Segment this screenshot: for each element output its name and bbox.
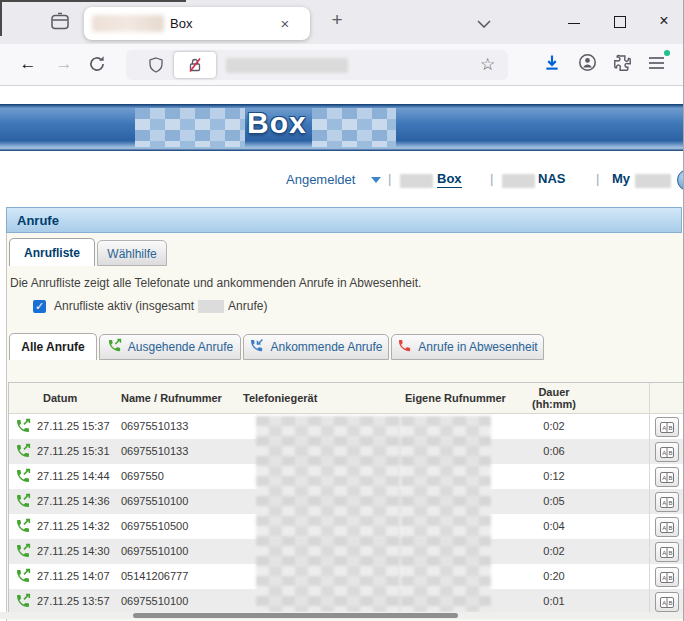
bookmark-star-icon[interactable]: ☆ [480,54,495,75]
add-to-phonebook-button[interactable]: A B [655,517,679,537]
table-column-separator [649,383,650,614]
window-edge-artifact [0,0,2,36]
filter-tab-outgoing[interactable]: Ausgehende Anrufe [99,334,241,360]
add-to-phonebook-button[interactable]: A B [655,442,679,462]
list-all-tabs-icon[interactable] [476,14,492,32]
call-table: Datum Name / Rufnummer Telefoniegerät Ei… [8,382,684,613]
call-number: 06975510100 [121,595,188,607]
add-to-phonebook-button[interactable]: A B [655,467,679,487]
svg-text:B: B [669,525,673,531]
tab-close-icon[interactable]: × [276,15,294,33]
logo-blurred-left [135,108,245,147]
browser-window: Box × + × ← → ☆ [0,0,684,621]
col-header-own: Eigene Rufnummer [405,392,506,404]
phonebook-icon: A B [660,447,674,458]
reload-icon[interactable] [88,55,106,77]
filter-tab-missed[interactable]: Anrufe in Abwesenheit [391,334,544,360]
insecure-connection-indicator[interactable] [174,52,216,78]
forward-button[interactable]: → [50,50,78,78]
tracking-protection-shield-icon[interactable] [148,57,164,77]
url-text-blurred [226,58,348,73]
window-minimize-button[interactable] [556,10,592,34]
phonebook-icon: A B [660,572,674,583]
nav-link-fritzbox[interactable]: Box [437,171,462,188]
new-tab-button[interactable]: + [326,9,348,31]
nav-link-fritznas[interactable]: NAS [538,171,565,186]
phonebook-icon: A B [660,522,674,533]
account-icon[interactable] [578,53,597,76]
call-date: 27.11.25 15:31 [37,445,110,457]
outgoing-call-icon [15,418,31,438]
menu-hamburger-icon[interactable] [648,56,665,74]
svg-text:A: A [662,550,666,556]
nav-blurred-brand [502,174,535,188]
call-number: 06975510100 [121,545,188,557]
add-to-phonebook-button[interactable]: A B [655,492,679,512]
nav-separator: | [596,171,599,186]
window-close-button[interactable]: × [646,8,682,34]
phonebook-icon: A B [660,497,674,508]
call-number: 06975510500 [121,520,188,532]
horizontal-scrollbar-thumb[interactable] [133,613,458,618]
svg-text:A: A [662,600,666,606]
address-bar[interactable]: ☆ [126,50,508,80]
add-to-phonebook-button[interactable]: A B [655,417,679,437]
filter-tab-incoming[interactable]: Ankommende Anrufe [243,334,389,360]
outgoing-call-icon [15,593,31,613]
tab-favicon-blurred [92,15,164,32]
tab-anrufliste[interactable]: Anrufliste [9,238,95,266]
window-maximize-button[interactable] [602,10,638,34]
add-to-phonebook-button[interactable]: A B [655,567,679,587]
call-date: 27.11.25 14:07 [37,570,110,582]
extensions-puzzle-icon[interactable] [613,53,632,76]
logged-in-label[interactable]: Angemeldet [286,172,355,187]
tab-waehlhilfe[interactable]: Wählhilfe [97,240,167,266]
svg-text:B: B [669,575,673,581]
description-text: Die Anrufliste zeigt alle Telefonate und… [10,276,421,290]
add-to-phonebook-button[interactable]: A B [655,592,679,612]
filter-tab-label: Ankommende Anrufe [270,340,382,354]
add-to-phonebook-button[interactable]: A B [655,542,679,562]
svg-text:B: B [669,475,673,481]
own-number-column-blurred [401,416,491,612]
outgoing-call-icon [15,543,31,563]
svg-text:B: B [669,600,673,606]
checkbox-label-post: Anrufe) [228,299,267,313]
filter-tab-all[interactable]: Alle Anrufe [9,333,97,360]
checkbox-label: Anrufliste aktiv (insgesamtAnrufe) [54,299,267,313]
svg-text:A: A [662,500,666,506]
tab-title: Box [170,16,192,31]
outgoing-call-icon [15,518,31,538]
nav-blurred-brand [400,174,433,188]
page-title: Anrufe [17,213,59,228]
call-duration: 0:06 [519,445,589,457]
outgoing-call-icon [15,568,31,588]
call-number: 06975510133 [121,445,188,457]
filter-tab-label: Alle Anrufe [21,340,85,354]
col-header-duration-line2: (hh:mm) [519,398,589,410]
window-edge-artifact [0,0,186,2]
call-number: 05141206777 [121,570,188,582]
nav-separator: | [388,171,391,186]
svg-text:A: A [662,575,666,581]
svg-text:B: B [669,450,673,456]
anrufliste-aktiv-checkbox[interactable]: ✓ [33,300,46,313]
chevron-down-icon[interactable] [371,177,381,183]
downloads-icon[interactable] [542,53,562,77]
call-direction-icon [397,338,412,356]
nav-separator: | [490,171,493,186]
call-duration: 0:04 [519,520,589,532]
back-button[interactable]: ← [14,50,42,78]
call-number: 06975510133 [121,420,188,432]
logo-text: Box [247,106,307,140]
filter-tab-label: Ausgehende Anrufe [128,340,233,354]
call-direction-icon [107,338,122,356]
phonebook-icon: A B [660,422,674,433]
svg-text:A: A [662,450,666,456]
call-number: 06975510100 [121,495,188,507]
firefox-view-icon[interactable] [50,12,70,36]
browser-tab[interactable]: Box × [84,7,310,40]
nav-link-myfritz[interactable]: My [612,171,630,186]
svg-text:A: A [662,525,666,531]
call-date: 27.11.25 14:32 [37,520,110,532]
